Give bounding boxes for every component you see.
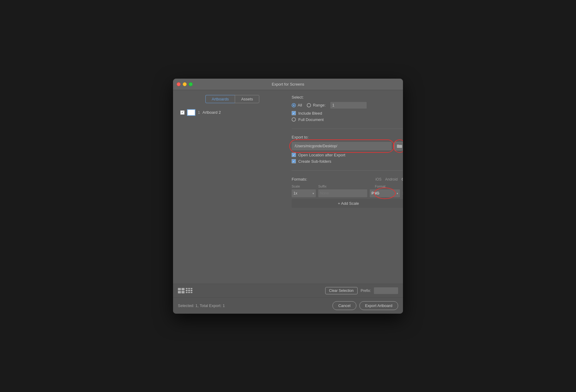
format-select[interactable]: PNG JPG SVG PDF WebP bbox=[370, 189, 400, 197]
tab-artboards[interactable]: Artboards bbox=[205, 95, 235, 103]
format-presets: iOS Android ⚙ bbox=[375, 177, 403, 182]
view-icons bbox=[178, 288, 192, 293]
path-input-wrap bbox=[292, 142, 392, 150]
radio-range-label: Range: bbox=[313, 103, 326, 107]
range-input[interactable] bbox=[330, 102, 367, 109]
artboard-checkbox[interactable] bbox=[180, 110, 185, 115]
window-title: Export for Screens bbox=[272, 82, 304, 87]
radio-range-circle[interactable] bbox=[307, 103, 311, 107]
folder-browse-button[interactable] bbox=[394, 142, 403, 150]
formats-header: Formats: iOS Android ⚙ bbox=[292, 177, 403, 182]
settings-button[interactable]: ⚙ bbox=[401, 177, 403, 182]
maximize-button[interactable] bbox=[189, 82, 193, 86]
grid-cell bbox=[188, 288, 190, 289]
artboard-thumbnail bbox=[187, 109, 195, 116]
radio-row: All Range: bbox=[292, 102, 403, 109]
suffix-input[interactable] bbox=[318, 189, 367, 197]
export-to-section: Export to: bbox=[292, 135, 403, 165]
include-bleed-label: Include Bleed bbox=[298, 111, 322, 116]
radio-range[interactable]: Range: bbox=[307, 103, 326, 107]
folder-button-wrap bbox=[394, 142, 403, 150]
ios-preset-label[interactable]: iOS bbox=[375, 177, 381, 181]
bottom-bar: Clear Selection Prefix: bbox=[173, 284, 403, 297]
select-section: Select: All Range: Include Bleed bbox=[292, 95, 403, 124]
include-bleed-row: Include Bleed bbox=[292, 111, 403, 116]
grid-cell bbox=[188, 290, 190, 291]
grid-2-icon[interactable] bbox=[178, 288, 185, 293]
grid-cell bbox=[178, 291, 181, 293]
format-col-label: Format bbox=[375, 185, 403, 188]
export-path-input[interactable] bbox=[292, 142, 392, 150]
folder-icon bbox=[397, 144, 402, 148]
formats-section: Formats: iOS Android ⚙ Scale Suffix Form… bbox=[292, 177, 403, 208]
full-document-row: Full Document bbox=[292, 117, 403, 122]
full-document-label: Full Document bbox=[298, 117, 324, 122]
tab-assets[interactable]: Assets bbox=[235, 95, 259, 103]
scale-select-wrap: 1x 0.5x 2x 3x ▾ bbox=[292, 189, 316, 197]
scale-select[interactable]: 1x 0.5x 2x 3x bbox=[292, 189, 316, 197]
create-subfolders-checkbox[interactable] bbox=[292, 159, 296, 163]
radio-all[interactable]: All bbox=[292, 103, 302, 107]
open-location-checkbox[interactable] bbox=[292, 153, 296, 157]
prefix-label: Prefix: bbox=[361, 289, 371, 293]
scale-row: 1x 0.5x 2x 3x ▾ PNG JPG SVG PDF bbox=[292, 189, 403, 197]
create-subfolders-row: Create Sub-folders bbox=[292, 159, 403, 164]
grid-cell bbox=[188, 292, 190, 293]
scale-header-row: Scale Suffix Format bbox=[292, 185, 403, 188]
open-location-label: Open Location after Export bbox=[298, 153, 345, 157]
grid-4-icon[interactable] bbox=[186, 288, 192, 293]
artboard-item: 1 Artboard 2 bbox=[178, 107, 287, 118]
grid-cell bbox=[191, 292, 192, 293]
open-location-row: Open Location after Export bbox=[292, 153, 403, 157]
artboard-number: 1 bbox=[198, 110, 200, 115]
minimize-button[interactable] bbox=[183, 82, 187, 86]
path-row bbox=[292, 142, 403, 150]
tabs-container: Artboards Assets bbox=[178, 95, 287, 103]
add-scale-button[interactable]: + Add Scale bbox=[292, 199, 403, 208]
radio-all-circle[interactable] bbox=[292, 103, 296, 107]
left-panel: Artboards Assets 1 Artboard 2 bbox=[178, 95, 287, 279]
format-select-wrap: PNG JPG SVG PDF WebP ▾ bbox=[370, 189, 400, 197]
scale-col-label: Scale bbox=[292, 185, 316, 188]
divider2 bbox=[292, 170, 403, 171]
close-button[interactable] bbox=[177, 82, 181, 86]
radio-all-label: All bbox=[298, 103, 302, 107]
grid-cell bbox=[191, 290, 192, 291]
select-label: Select: bbox=[292, 95, 403, 100]
grid-cell bbox=[191, 288, 192, 289]
grid-cell bbox=[186, 292, 188, 293]
export-to-label: Export to: bbox=[292, 135, 403, 139]
grid-cell bbox=[186, 288, 188, 289]
artboard-list: 1 Artboard 2 bbox=[178, 107, 287, 279]
grid-cell bbox=[186, 290, 188, 291]
clear-selection-button[interactable]: Clear Selection bbox=[325, 287, 358, 294]
cancel-button[interactable]: Cancel bbox=[332, 301, 356, 310]
include-bleed-checkbox[interactable] bbox=[292, 111, 296, 115]
grid-cell bbox=[178, 288, 181, 290]
footer: Selected: 1, Total Export: 1 Cancel Expo… bbox=[173, 297, 403, 314]
artboard-name: Artboard 2 bbox=[202, 110, 221, 115]
prefix-input[interactable] bbox=[374, 287, 398, 294]
titlebar: Export for Screens bbox=[173, 79, 403, 90]
export-button[interactable]: Export Artboard bbox=[359, 301, 398, 310]
main-window: Export for Screens Artboards Assets 1 Ar… bbox=[173, 79, 403, 314]
create-subfolders-label: Create Sub-folders bbox=[298, 159, 331, 164]
traffic-lights bbox=[177, 82, 193, 86]
android-preset-label[interactable]: Android bbox=[385, 177, 398, 181]
footer-status: Selected: 1, Total Export: 1 bbox=[178, 303, 225, 308]
suffix-col-label: Suffix bbox=[318, 185, 372, 188]
full-document-radio[interactable] bbox=[292, 117, 296, 122]
svg-rect-1 bbox=[397, 145, 399, 145]
divider bbox=[292, 129, 403, 129]
grid-cell bbox=[182, 291, 185, 293]
right-panel: Select: All Range: Include Bleed bbox=[292, 95, 403, 279]
grid-cell bbox=[182, 288, 185, 290]
content-area: Artboards Assets 1 Artboard 2 Select: bbox=[173, 90, 403, 284]
footer-buttons: Cancel Export Artboard bbox=[332, 301, 398, 310]
delete-scale-button[interactable]: × bbox=[402, 191, 403, 196]
formats-label: Formats: bbox=[292, 177, 307, 181]
